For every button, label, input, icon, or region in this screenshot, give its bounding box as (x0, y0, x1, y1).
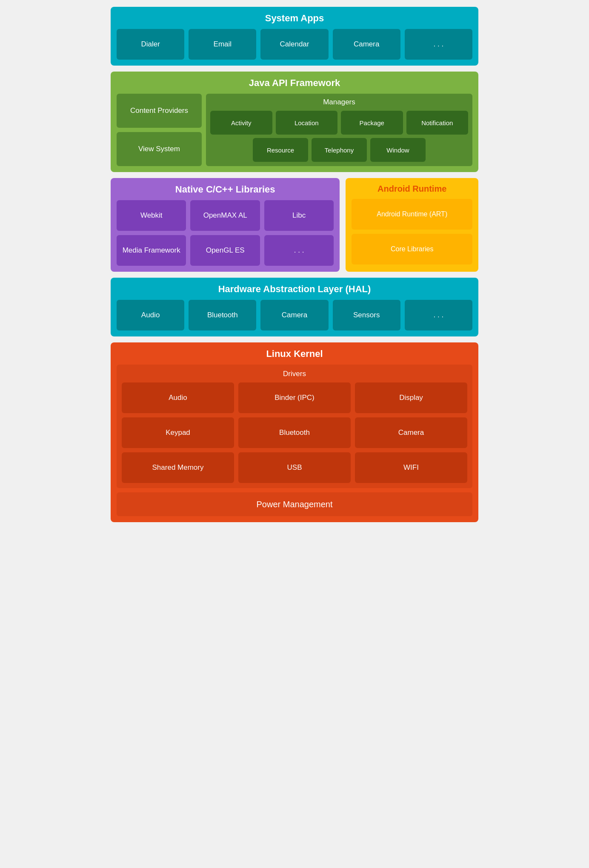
system-apps-layer: System Apps Dialer Email Calendar Camera… (111, 7, 478, 66)
java-api-content: Content Providers View System Managers A… (117, 94, 472, 166)
tile-hal-sensors: Sensors (333, 300, 400, 331)
tile-driver-display: Display (355, 382, 467, 413)
tile-activity: Activity (210, 111, 272, 135)
tile-opengl: OpenGL ES (190, 235, 260, 266)
tile-libc: Libc (264, 200, 334, 231)
tile-driver-audio: Audio (122, 382, 234, 413)
tile-email: Email (189, 29, 256, 60)
tile-telephony: Telephony (312, 138, 367, 162)
drivers-grid: Audio Binder (IPC) Display Keypad Blueto… (122, 382, 467, 483)
tile-notification: Notification (406, 111, 469, 135)
runtime-tiles: Android Runtime (ART) Core Libraries (352, 199, 472, 264)
tile-hal-camera: Camera (260, 300, 328, 331)
native-grid: Webkit OpenMAX AL Libc Media Framework O… (117, 200, 334, 266)
tile-package: Package (341, 111, 403, 135)
runtime-title: Android Runtime (352, 184, 472, 194)
runtime-layer: Android Runtime Android Runtime (ART) Co… (346, 178, 478, 272)
java-api-layer: Java API Framework Content Providers Vie… (111, 72, 478, 172)
kernel-title: Linux Kernel (117, 348, 472, 359)
tile-core-libraries: Core Libraries (352, 234, 472, 264)
hal-row: Audio Bluetooth Camera Sensors . . . (117, 300, 472, 331)
java-api-right: Managers Activity Location Package Notif… (206, 94, 472, 166)
java-api-title: Java API Framework (117, 78, 472, 89)
tile-location: Location (276, 111, 338, 135)
tile-hal-more: . . . (405, 300, 472, 331)
tile-openmax: OpenMAX AL (190, 200, 260, 231)
tile-native-more: . . . (264, 235, 334, 266)
tile-content-providers: Content Providers (117, 94, 202, 128)
native-runtime-row: Native C/C++ Libraries Webkit OpenMAX AL… (111, 178, 478, 272)
tile-driver-shared-memory: Shared Memory (122, 452, 234, 483)
tile-resource: Resource (253, 138, 308, 162)
kernel-layer: Linux Kernel Drivers Audio Binder (IPC) … (111, 342, 478, 522)
tile-hal-audio: Audio (117, 300, 184, 331)
system-apps-row: Dialer Email Calendar Camera . . . (117, 29, 472, 60)
tile-dialer: Dialer (117, 29, 184, 60)
tile-view-system: View System (117, 132, 202, 166)
hal-title: Hardware Abstraction Layer (HAL) (117, 284, 472, 295)
system-apps-title: System Apps (117, 13, 472, 24)
tile-driver-binder: Binder (IPC) (238, 382, 351, 413)
tile-webkit: Webkit (117, 200, 186, 231)
tile-driver-usb: USB (238, 452, 351, 483)
tile-art: Android Runtime (ART) (352, 199, 472, 230)
drivers-title: Drivers (122, 370, 467, 378)
managers-title: Managers (210, 98, 468, 106)
java-api-left: Content Providers View System (117, 94, 202, 166)
tile-driver-camera: Camera (355, 417, 467, 448)
managers-row2: Resource Telephony Window (210, 138, 468, 162)
tile-camera: Camera (333, 29, 400, 60)
native-layer: Native C/C++ Libraries Webkit OpenMAX AL… (111, 178, 340, 272)
tile-calendar: Calendar (260, 29, 328, 60)
tile-driver-keypad: Keypad (122, 417, 234, 448)
tile-driver-wifi: WIFI (355, 452, 467, 483)
tile-driver-bluetooth: Bluetooth (238, 417, 351, 448)
tile-more: . . . (405, 29, 472, 60)
native-title: Native C/C++ Libraries (117, 184, 334, 195)
drivers-box: Drivers Audio Binder (IPC) Display Keypa… (117, 365, 472, 488)
tile-hal-bluetooth: Bluetooth (189, 300, 256, 331)
tile-window: Window (370, 138, 426, 162)
hal-layer: Hardware Abstraction Layer (HAL) Audio B… (111, 278, 478, 336)
tile-media-framework: Media Framework (117, 235, 186, 266)
managers-row1: Activity Location Package Notification (210, 111, 468, 135)
power-management-tile: Power Management (117, 492, 472, 516)
